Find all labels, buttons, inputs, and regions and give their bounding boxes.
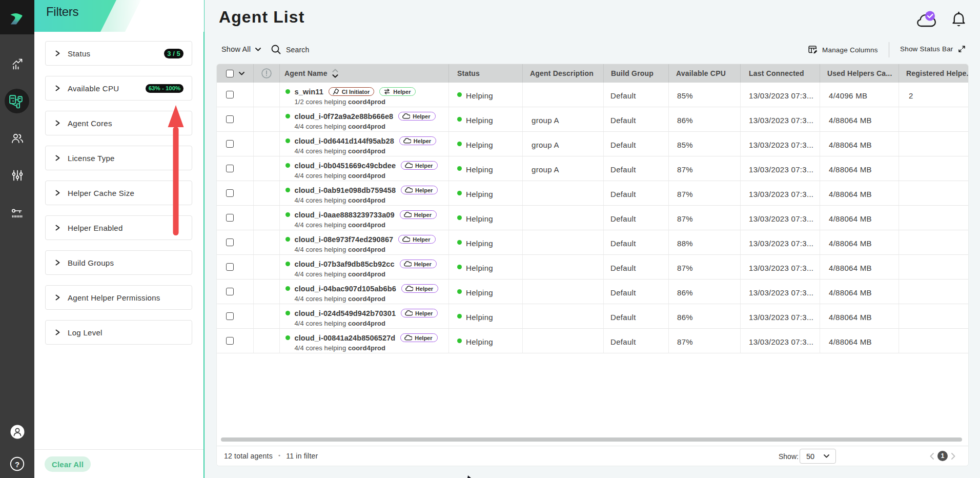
svg-text:?: ? bbox=[15, 460, 19, 469]
